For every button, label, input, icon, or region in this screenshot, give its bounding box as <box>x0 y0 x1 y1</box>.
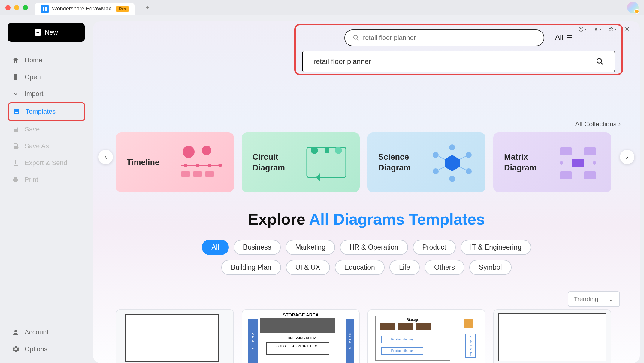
close-window-button[interactable] <box>5 5 11 10</box>
search-icon[interactable] <box>596 58 604 65</box>
new-tab-button[interactable]: + <box>145 3 150 12</box>
search-filter-all[interactable]: All <box>555 33 573 41</box>
chip-it-engineering[interactable]: IT & Engineering <box>461 240 531 255</box>
svg-point-1 <box>14 330 17 332</box>
sidebar-item-label: Account <box>25 328 49 336</box>
svg-rect-14 <box>193 171 202 177</box>
sidebar-item-save-as[interactable]: Save As <box>8 138 85 154</box>
sort-label: Trending <box>574 296 598 303</box>
filter-label: All <box>555 33 563 41</box>
filter-chips: All Business Marketing HR & Operation Pr… <box>93 240 640 275</box>
pd1-label: Product display <box>381 336 423 344</box>
svg-point-23 <box>449 176 455 182</box>
divider <box>587 56 587 68</box>
svg-point-10 <box>196 164 199 167</box>
sidebar-item-account[interactable]: Account <box>8 324 85 341</box>
account-icon <box>12 329 19 336</box>
templates-grid: STORAGE AREA PANTS SKIRTS DRESSING ROOM … <box>116 309 617 363</box>
svg-point-35 <box>560 161 563 165</box>
svg-point-25 <box>433 152 439 158</box>
cards-next-button[interactable]: › <box>620 150 634 164</box>
save-icon <box>12 126 19 133</box>
chip-building-plan[interactable]: Building Plan <box>221 260 281 275</box>
sort-dropdown[interactable]: Trending ⌄ <box>568 291 620 307</box>
chevron-down-icon: ⌄ <box>609 296 614 303</box>
chip-all[interactable]: All <box>202 240 229 255</box>
svg-line-31 <box>439 156 445 159</box>
maximize-window-button[interactable] <box>23 5 28 10</box>
template-card-4[interactable]: Floor Plan for Retail Clothing <box>493 309 611 363</box>
sidebar-item-save[interactable]: Save <box>8 121 85 138</box>
card-title: Matrix Diagram <box>504 152 537 173</box>
category-card-timeline[interactable]: Timeline <box>116 132 234 192</box>
new-button-label: New <box>45 28 58 36</box>
window-controls <box>5 5 28 10</box>
cards-prev-button[interactable]: ‹ <box>98 150 113 164</box>
sidebar-item-options[interactable]: Options <box>8 341 85 358</box>
svg-point-20 <box>449 144 455 150</box>
chip-life[interactable]: Life <box>389 260 420 275</box>
svg-line-27 <box>460 156 466 159</box>
template-card-2[interactable]: STORAGE AREA PANTS SKIRTS DRESSING ROOM … <box>242 309 360 363</box>
plus-icon: + <box>35 29 41 36</box>
all-collections-link[interactable]: All Collections › <box>575 120 621 128</box>
sidebar-item-home[interactable]: Home <box>8 52 85 69</box>
search-highlight-box: All retail floor planner <box>294 24 623 75</box>
tab-title: Wondershare EdrawMax <box>52 6 111 12</box>
svg-point-24 <box>433 168 439 174</box>
title-bar: Wondershare EdrawMax Pro + <box>0 0 644 15</box>
sidebar: + New Home Open Import Templates Sav <box>0 15 93 363</box>
settings-icon[interactable] <box>624 25 631 33</box>
template-card-1[interactable] <box>116 309 234 363</box>
card-title: Timeline <box>127 157 159 168</box>
svg-point-17 <box>311 147 318 154</box>
chip-others[interactable]: Others <box>425 260 464 275</box>
sidebar-item-templates[interactable]: Templates <box>8 102 85 121</box>
template-preview: Storage Product display Product display … <box>368 310 485 363</box>
chevron-right-icon: › <box>618 120 621 128</box>
search-pill[interactable] <box>344 29 544 46</box>
sidebar-item-label: Print <box>25 176 38 184</box>
category-card-matrix[interactable]: Matrix Diagram <box>493 132 611 192</box>
svg-point-6 <box>183 146 195 158</box>
template-card-3[interactable]: Storage Product display Product display … <box>367 309 485 363</box>
svg-rect-33 <box>584 147 596 155</box>
circuit-graphic-icon <box>301 141 352 183</box>
svg-point-18 <box>335 147 342 154</box>
pro-badge: Pro <box>116 6 129 12</box>
dressing-label: DRESSING ROOM <box>260 336 343 340</box>
heading-part2: All Diagrams Templates <box>309 211 485 228</box>
new-button[interactable]: + New <box>8 23 85 42</box>
svg-rect-38 <box>584 171 596 179</box>
card-title: Science Diagram <box>378 152 411 173</box>
pants-label: PANTS <box>248 319 258 363</box>
chip-marketing[interactable]: Marketing <box>286 240 335 255</box>
svg-point-36 <box>593 161 596 165</box>
chip-business[interactable]: Business <box>234 240 281 255</box>
app-logo-icon <box>41 5 49 13</box>
search-input[interactable] <box>363 34 536 42</box>
search-suggestion-row[interactable]: retail floor planner <box>302 51 615 72</box>
app-tab[interactable]: Wondershare EdrawMax Pro <box>35 3 135 15</box>
sidebar-item-label: Home <box>25 56 42 64</box>
user-avatar[interactable] <box>627 2 639 13</box>
category-card-circuit[interactable]: Circuit Diagram <box>242 132 360 192</box>
chip-symbol[interactable]: Symbol <box>469 260 512 275</box>
sidebar-item-export[interactable]: Export & Send <box>8 154 85 171</box>
sidebar-item-label: Open <box>25 73 41 81</box>
chip-ui-ux[interactable]: UI & UX <box>286 260 330 275</box>
chip-hr-operation[interactable]: HR & Operation <box>340 240 408 255</box>
matrix-graphic-icon <box>552 141 603 183</box>
sidebar-item-import[interactable]: Import <box>8 86 85 102</box>
chip-product[interactable]: Product <box>413 240 456 255</box>
heading-part1: Explore <box>248 211 309 228</box>
sidebar-item-print[interactable]: Print <box>8 171 85 188</box>
sidebar-item-label: Options <box>25 345 47 353</box>
sidebar-item-label: Save As <box>25 142 49 150</box>
category-card-science[interactable]: Science Diagram <box>367 132 485 192</box>
minimize-window-button[interactable] <box>14 5 19 10</box>
main-content: ▾ ▾ ▾ All retail floor planner All Colle <box>93 21 640 363</box>
sidebar-item-open[interactable]: Open <box>8 69 85 86</box>
chip-education[interactable]: Education <box>335 260 385 275</box>
pd3-label: Product display <box>465 334 476 358</box>
